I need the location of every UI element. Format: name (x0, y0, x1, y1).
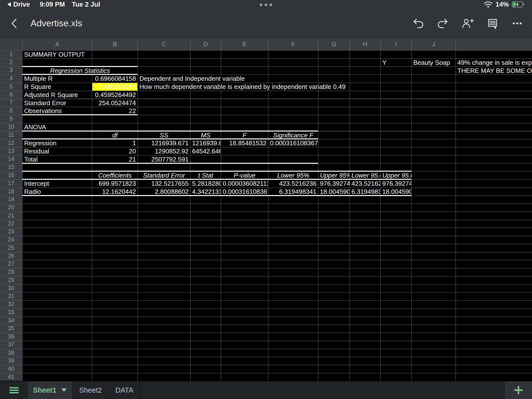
cell-E11[interactable]: F (221, 132, 268, 139)
column-header-K[interactable] (455, 38, 532, 50)
cell-E12[interactable]: 18.85481532 (221, 139, 268, 147)
select-all-corner[interactable] (0, 38, 22, 51)
cell-D11[interactable]: MS (191, 132, 221, 139)
row-header-14[interactable]: 14 (0, 155, 22, 163)
cell-C11[interactable]: SS (138, 132, 190, 139)
column-header-D[interactable]: D (190, 38, 221, 50)
row-header-23[interactable]: 23 (0, 228, 22, 236)
row-header-21[interactable]: 21 (0, 212, 22, 220)
cell-B5[interactable]: 0.485263285 (92, 83, 137, 91)
cell-B4[interactable]: 0.6966084158 (92, 75, 137, 83)
sheet-tab-data[interactable]: DATA (109, 381, 140, 399)
row-header-29[interactable]: 29 (0, 276, 22, 284)
row-header-30[interactable]: 30 (0, 284, 22, 292)
cell-G18[interactable]: 18.004590 (318, 188, 349, 196)
column-header-H[interactable]: H (349, 38, 380, 50)
cell-A10[interactable]: ANOVA (23, 123, 92, 131)
row-header-9[interactable]: 9 (0, 115, 22, 123)
cell-G17[interactable]: 976.39274 (318, 180, 349, 187)
row-header-10[interactable]: 10 (0, 123, 22, 131)
cell-A13[interactable]: Residual (23, 148, 92, 155)
cell-A6[interactable]: Adjusted R Square (23, 91, 92, 99)
cell-B13[interactable]: 20 (92, 148, 137, 155)
column-header-B[interactable]: B (92, 38, 137, 50)
cell-I16[interactable]: Upper 95.0% (381, 172, 411, 179)
cell-A3[interactable]: Regression Statistics (23, 67, 137, 75)
row-header-20[interactable]: 20 (0, 203, 22, 212)
row-header-25[interactable]: 25 (0, 244, 22, 252)
sheet-tab-sheet1[interactable]: Sheet1 (27, 381, 72, 399)
cell-C18[interactable]: 2.80088602 (138, 188, 190, 196)
row-header-3[interactable]: 3 (0, 66, 22, 75)
sheet-tab-sheet2[interactable]: Sheet2 (72, 381, 109, 399)
cell-C5[interactable]: How much dependent variable is explained… (138, 83, 348, 91)
column-header-E[interactable]: E (221, 38, 268, 50)
cell-F11[interactable]: Significance F (268, 132, 318, 139)
cell-A14[interactable]: Total (23, 156, 92, 163)
row-header-32[interactable]: 32 (0, 300, 22, 308)
add-sheet-button[interactable] (504, 381, 532, 399)
cell-I17[interactable]: 976.39274 (381, 180, 411, 187)
row-header-15[interactable]: 15 (0, 163, 22, 171)
undo-button[interactable] (412, 17, 424, 29)
row-header-38[interactable]: 38 (0, 349, 22, 357)
cell-D18[interactable]: 4.34221312 (191, 188, 221, 196)
row-header-26[interactable]: 26 (0, 252, 22, 260)
cell-B7[interactable]: 254.0524474 (92, 99, 137, 107)
row-header-34[interactable]: 34 (0, 316, 22, 325)
row-header-35[interactable]: 35 (0, 325, 22, 333)
row-header-18[interactable]: 18 (0, 187, 22, 196)
cell-A17[interactable]: Intercept (23, 180, 92, 187)
cell-B11[interactable]: df (92, 132, 137, 139)
column-header-C[interactable]: C (137, 38, 190, 50)
cell-E17[interactable]: 0.000036082111 (221, 180, 268, 187)
row-header-28[interactable]: 28 (0, 268, 22, 276)
cell-B16[interactable]: Coefficients (92, 172, 137, 179)
redo-button[interactable] (437, 17, 449, 29)
row-header-5[interactable]: 5 (0, 83, 22, 91)
back-button[interactable] (9, 17, 20, 30)
row-header-27[interactable]: 27 (0, 260, 22, 268)
sheet-dropdown-icon[interactable] (61, 388, 67, 392)
cell-F16[interactable]: Lower 95% (268, 172, 318, 179)
cell-A18[interactable]: Radio (23, 188, 92, 196)
cell-J2[interactable]: Beauty Soap (412, 59, 455, 66)
row-header-2[interactable]: 2 (0, 58, 22, 66)
cell-C14[interactable]: 2507792.591 (138, 156, 190, 163)
cell-C4[interactable]: Dependent and Independent variable (138, 75, 247, 83)
row-header-17[interactable]: 17 (0, 179, 22, 187)
cell-D12[interactable]: 1216939.671 (191, 139, 221, 147)
spreadsheet-grid[interactable]: SUMMARY OUTPUTYBeauty Soap49% change in … (22, 50, 532, 381)
cell-H17[interactable]: 423.52162 (350, 180, 380, 187)
cell-H16[interactable]: Lower 95.0% (350, 172, 380, 179)
row-header-41[interactable]: 41 (0, 373, 22, 381)
cell-F17[interactable]: 423.5216236 (268, 180, 318, 187)
cell-B18[interactable]: 12.1620442 (92, 188, 137, 196)
comments-button[interactable] (487, 17, 499, 29)
cell-E16[interactable]: P-value (221, 172, 268, 179)
cell-H18[interactable]: 6.3194983 (350, 188, 380, 196)
cell-K2[interactable]: 49% change in sale is expl (456, 59, 532, 66)
column-header-A[interactable]: A (22, 38, 92, 50)
cell-I2[interactable]: Y (381, 59, 411, 66)
row-header-7[interactable]: 7 (0, 99, 22, 107)
row-header-6[interactable]: 6 (0, 91, 22, 99)
row-header-22[interactable]: 22 (0, 220, 22, 228)
cell-A1[interactable]: SUMMARY OUTPUT (23, 51, 92, 58)
cell-B14[interactable]: 21 (92, 156, 137, 163)
row-header-13[interactable]: 13 (0, 147, 22, 155)
cell-C16[interactable]: Standard Error (138, 172, 190, 179)
cell-D13[interactable]: 64542.646 (191, 148, 221, 155)
cell-B17[interactable]: 699.9571823 (92, 180, 137, 187)
cell-C13[interactable]: 1290852.92 (138, 148, 190, 155)
cell-F18[interactable]: 6.319498341 (268, 188, 318, 196)
cell-D17[interactable]: 5.28182802 (191, 180, 221, 187)
cell-A8[interactable]: Observations (23, 107, 92, 115)
cell-A5[interactable]: R Square (23, 83, 92, 91)
row-header-1[interactable]: 1 (0, 50, 22, 58)
cell-K3[interactable]: THERE MAY BE SOME OT (456, 67, 532, 75)
row-header-37[interactable]: 37 (0, 341, 22, 349)
row-header-39[interactable]: 39 (0, 357, 22, 365)
row-header-8[interactable]: 8 (0, 107, 22, 115)
cell-A4[interactable]: Multiple R (23, 75, 92, 83)
